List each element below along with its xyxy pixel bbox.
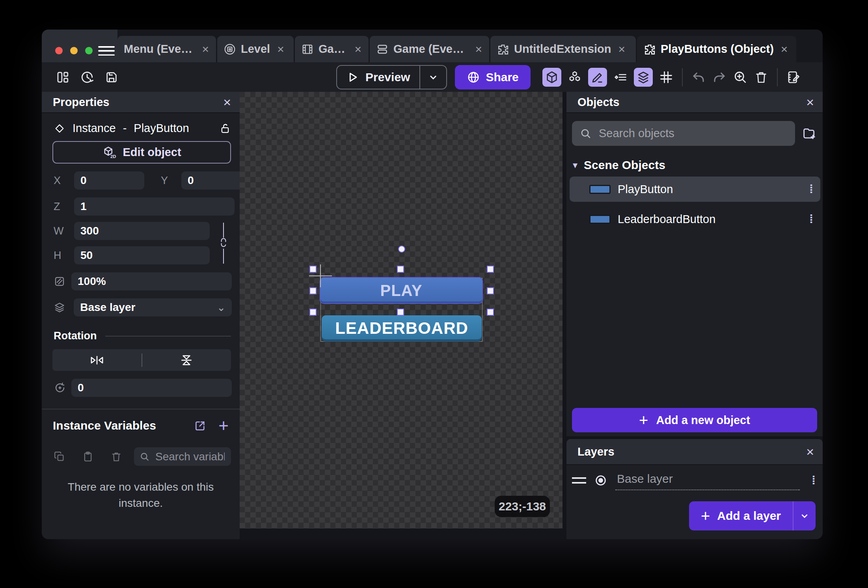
object-thumbnail (589, 185, 611, 194)
unlock-icon[interactable] (219, 123, 231, 134)
close-properties-icon[interactable]: × (223, 95, 231, 109)
resize-handle-top-left[interactable] (309, 266, 317, 273)
share-button[interactable]: Share (455, 65, 530, 89)
layers-panel-toggle-icon[interactable] (634, 68, 653, 87)
add-layer-button[interactable]: + Add a layer (689, 501, 816, 530)
history-icon[interactable] (80, 68, 95, 86)
hamburger-menu-icon[interactable] (98, 46, 115, 56)
open-project-manager-icon[interactable] (55, 68, 70, 86)
edit-scene-properties-icon[interactable] (786, 68, 801, 86)
x-input[interactable] (74, 171, 144, 190)
close-objects-icon[interactable]: × (806, 95, 814, 109)
scene-canvas[interactable]: PLAY LEADERBOARD 223;-138 (240, 92, 563, 528)
object-row-playbutton[interactable]: PlayButton ⁞ (570, 177, 820, 202)
titlebar: Menu (Events) × Level × Game × Game (Eve… (42, 30, 823, 62)
tab-game[interactable]: Game × (295, 36, 369, 62)
lock-aspect-ratio-icon[interactable] (219, 223, 228, 266)
objects-search-input[interactable] (598, 127, 787, 140)
layer-select[interactable]: Base layer ⌄ (74, 298, 232, 316)
instance-header: Instance - PlayButton (42, 122, 240, 135)
undo-icon[interactable] (691, 68, 706, 86)
y-input[interactable] (181, 171, 240, 190)
layer-row-base-layer[interactable]: Base layer ⁞ (572, 471, 816, 490)
redo-icon[interactable] (712, 68, 727, 86)
variables-search[interactable] (134, 447, 231, 466)
resize-handle-middle-left[interactable] (309, 287, 317, 294)
tab-game-events[interactable]: Game (Events) × (370, 36, 489, 62)
close-tab-icon[interactable]: × (354, 43, 361, 56)
save-icon[interactable] (104, 68, 119, 86)
z-order-input[interactable] (74, 197, 235, 216)
origin-crosshair-icon (320, 264, 321, 287)
objects-panel: Objects × ▾ Scene Objects PlayButton (566, 92, 823, 436)
rotate-handle[interactable] (398, 246, 405, 253)
height-input[interactable] (74, 246, 210, 264)
tab-menu-events[interactable]: Menu (Events) × (117, 36, 216, 62)
flip-vertical-button[interactable] (142, 354, 231, 367)
copy-icon[interactable] (54, 451, 65, 463)
close-tab-icon[interactable]: × (475, 43, 482, 56)
preview-options-dropdown[interactable] (420, 71, 446, 83)
variables-search-input[interactable] (155, 450, 225, 463)
add-new-object-button[interactable]: + Add a new object (572, 408, 817, 432)
close-window-button[interactable] (55, 47, 63, 54)
trash-icon[interactable] (754, 68, 769, 86)
close-tab-icon[interactable]: × (618, 43, 626, 56)
maximize-window-button[interactable] (85, 47, 93, 54)
tab-untitled-extension[interactable]: UntitledExtension × (490, 36, 636, 62)
object-groups-icon[interactable] (567, 68, 582, 86)
paste-icon[interactable] (82, 451, 94, 463)
flip-toolbar (52, 349, 231, 371)
properties-title: Properties (53, 96, 109, 109)
resize-handle-bottom-left[interactable] (309, 309, 317, 316)
object-row-leaderboardbutton[interactable]: LeaderboardButton ⁞ (570, 207, 820, 232)
add-layer-dropdown[interactable] (793, 510, 816, 521)
grid-icon[interactable] (659, 68, 674, 86)
layer-menu-icon[interactable]: ⁞ (812, 477, 816, 484)
resize-handle-bottom-center[interactable] (397, 309, 404, 316)
resize-handle-top-center[interactable] (397, 266, 404, 273)
open-variables-editor-icon[interactable] (194, 419, 207, 432)
resize-handle-bottom-right[interactable] (487, 309, 494, 316)
flip-horizontal-button[interactable] (52, 354, 142, 367)
instances-list-icon[interactable] (613, 68, 628, 86)
add-variable-icon[interactable]: + (218, 421, 229, 431)
leaderboard-button-sprite[interactable]: LEADERBOARD (322, 315, 482, 341)
objects-search[interactable] (572, 121, 795, 146)
y-label: Y (161, 175, 178, 187)
resize-handle-middle-right[interactable] (487, 287, 494, 294)
close-layers-icon[interactable]: × (806, 445, 814, 458)
scene-objects-group[interactable]: ▾ Scene Objects (573, 158, 817, 172)
edit-object-button[interactable]: 2D Edit object (52, 141, 231, 164)
globe-icon (467, 71, 480, 84)
close-tab-icon[interactable]: × (781, 43, 788, 56)
rotation-section-label: Rotation (54, 330, 97, 342)
object-menu-icon[interactable]: ⁞ (809, 186, 813, 193)
close-tab-icon[interactable]: × (202, 43, 209, 56)
close-tab-icon[interactable]: × (277, 43, 284, 56)
drag-handle-icon[interactable] (572, 477, 586, 484)
objects-title: Objects (577, 96, 619, 109)
minimize-window-button[interactable] (70, 47, 78, 54)
diamond-icon (54, 123, 65, 134)
play-button-sprite[interactable]: PLAY (320, 278, 482, 303)
no-variables-message: There are no variables on this instance. (54, 479, 228, 511)
objects-panel-toggle-icon[interactable] (542, 68, 561, 87)
toolbar: Preview Share (42, 62, 823, 92)
resize-handle-top-right[interactable] (487, 266, 494, 273)
edit-mode-pencil-icon[interactable] (588, 68, 607, 87)
collapse-triangle-icon[interactable]: ▾ (573, 160, 577, 171)
preview-button[interactable]: Preview (336, 65, 447, 89)
tab-playbuttons-object[interactable]: PlayButtons (Object) × (637, 36, 796, 62)
opacity-input[interactable] (71, 272, 232, 290)
zoom-in-icon[interactable] (733, 68, 748, 86)
layer-name-field[interactable]: Base layer (615, 471, 800, 490)
delete-variable-icon[interactable] (110, 451, 122, 463)
rotation-input[interactable] (71, 379, 232, 397)
active-layer-radio-icon[interactable] (594, 474, 607, 487)
width-input[interactable] (74, 222, 210, 240)
tab-level[interactable]: Level × (217, 36, 294, 62)
add-folder-icon[interactable] (801, 126, 817, 141)
plus-icon: + (639, 412, 648, 428)
object-menu-icon[interactable]: ⁞ (809, 216, 813, 223)
